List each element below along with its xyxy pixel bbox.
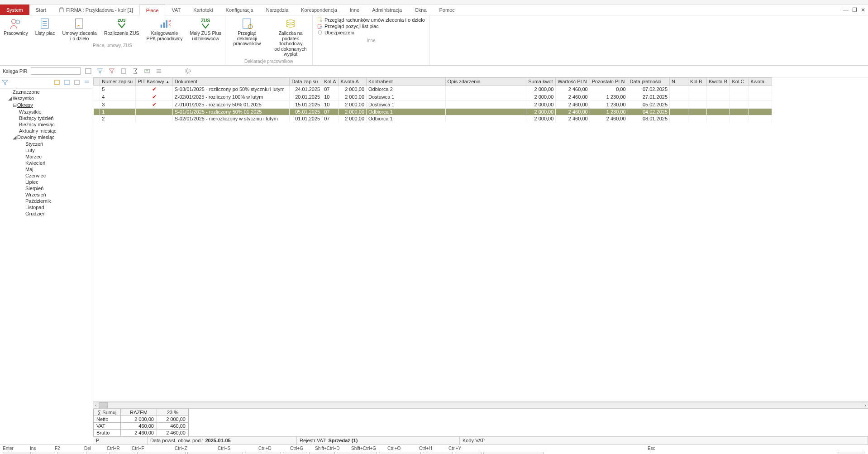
menu-konfiguracja[interactable]: Konfiguracja [219,5,260,15]
scroll-thumb[interactable] [99,402,108,408]
table-row[interactable]: 3✔Z-01/01/2025 - rozliczony 50% 01.20251… [94,100,772,108]
grid-header[interactable]: Suma kwot [526,77,556,85]
table-row[interactable]: 5✔S-03/01/2025 - rozliczony po 50% stycz… [94,85,772,93]
ribbon-ppk[interactable]: PK Księgowanie PPK pracodawcy [143,15,186,42]
tree-tool-3[interactable] [74,79,81,86]
tree-maj[interactable]: Maj [25,166,93,172]
sum-button[interactable]: ∑ Sumuj [94,409,121,416]
ribbon-link-rachunki[interactable]: Przegląd rachunków umów zlecenia i o dzi… [317,17,425,23]
menu-vat[interactable]: VAT [165,5,187,15]
grid-header[interactable]: Dokument [172,77,289,85]
footer-button-rozlicz[interactable]: Rozlicz [109,452,135,454]
ribbon-deklaracje[interactable]: Przegląd deklaracji pracowników [225,15,269,48]
footer-button-klasyfikacje-zapis-w[interactable]: Klasyfikacje zapisów [187,452,243,454]
tree-zaznaczone[interactable]: Zaznaczone [6,89,93,95]
scroll-right-icon[interactable]: › [863,402,868,408]
tree-okresy[interactable]: ⊟Okresy [13,102,93,109]
restore-icon[interactable]: ❐ [852,7,857,13]
tree-styczen[interactable]: Styczeń [25,141,93,147]
menu-kartoteki[interactable]: Kartoteki [187,5,219,15]
menu-narzedzia[interactable]: Narzędzia [260,5,295,15]
filter-clear-icon[interactable] [108,67,116,75]
horizontal-scrollbar[interactable]: ‹ › [93,402,868,408]
search-input[interactable] [31,67,81,75]
grid-header[interactable]: Numer zapisu [100,77,136,85]
menu-firma[interactable]: FIRMA : Przykładowa - kpir [1] [52,5,139,15]
grid-header[interactable]: Kol.C [730,77,749,85]
ribbon-maly-zus[interactable]: ZUS Mały ZUS Plus udziałowców [186,15,225,42]
grid-header[interactable]: Kontrahent [367,77,446,85]
ribbon-umowy[interactable]: Umowy zlecenia i o dzieło [58,15,100,42]
footer-button-historia[interactable]: Historia [455,452,482,454]
grid-header[interactable]: Kwota [749,77,772,85]
menu-place[interactable]: Płace [139,5,166,15]
grid-header[interactable]: Pozostało PLN [590,77,628,85]
menu-start[interactable]: Start [29,5,52,15]
gear-icon[interactable] [184,67,192,75]
ribbon-zaliczka[interactable]: Zaliczka na podatek dochodowy od dokonan… [269,15,312,58]
checkbox-toggle[interactable] [84,67,92,75]
footer-button-dodaj[interactable]: Dodaj [33,452,56,454]
menu-inne[interactable]: Inne [343,5,366,15]
minimize-icon[interactable]: — [843,7,849,13]
grid-header[interactable]: Kol.B [688,77,707,85]
footer-button-grafika[interactable]: Grafika [309,452,335,454]
filter-icon[interactable] [96,67,104,75]
grid-header[interactable]: Kwota B [707,77,730,85]
grid-header[interactable] [94,77,100,85]
footer-button-sumowanie[interactable]: Sumowanie [245,452,281,454]
footer-button-drukuj[interactable]: Drukuj [283,452,307,454]
footer-button-drukuj-bufor-[interactable]: Drukuj (bufor) [337,452,377,454]
tree-czerwiec[interactable]: Czerwiec [25,172,93,179]
menu-okna[interactable]: Okna [408,5,433,15]
footer-button-popraw[interactable]: Popraw [57,452,84,454]
menu-korespondencja[interactable]: Korespondencja [295,5,343,15]
footer-button-usu-[interactable]: Usuń [86,452,108,454]
ribbon-link-ubezpieczeni[interactable]: Ubezpieczeni [317,30,425,35]
tree-wszystko[interactable]: ◢Wszystko [6,95,93,102]
grid-header[interactable]: Data płatności [628,77,669,85]
grid[interactable]: Numer zapisuPIT Kasowy ▲DokumentData zap… [93,77,868,402]
close-icon[interactable]: ✕ [861,7,865,13]
tree-tool-2[interactable] [64,79,71,86]
table-row[interactable]: 2S-02/01/2025 - nierozliczony w styczniu… [94,115,772,122]
tree-biezacy-tydzien[interactable]: Bieżący tydzień [19,115,93,121]
tree-luty[interactable]: Luty [25,147,93,153]
grid-header[interactable]: Opis zdarzenia [445,77,526,85]
grid-header[interactable]: PIT Kasowy ▲ [136,77,173,85]
tree-biezacy-miesiac[interactable]: Bieżący miesiąc [19,121,93,128]
footer-button-zamknij[interactable]: Zamknij [838,452,865,454]
footer-button-operacje[interactable]: Operacje [423,452,453,454]
add-icon[interactable]: + [143,67,151,75]
footer-button-dodaj-zest-faktur[interactable]: Dodaj zest. faktur [137,452,186,454]
menu-pomoc[interactable]: Pomoc [433,5,461,15]
grid-header[interactable]: Kwota A [339,77,367,85]
tree-listopad[interactable]: Listopad [25,204,93,210]
tree-sierpien[interactable]: Sierpień [25,185,93,191]
ribbon-listy-plac[interactable]: Listy płac [32,15,59,37]
ribbon-zus[interactable]: ZUS Rozliczenie ZUS [100,15,143,37]
tool-icon-1[interactable] [119,67,128,75]
footer-button-ksi-ga-widok-kasowy[interactable]: Księga - widok kasowy [483,452,544,454]
ribbon-link-pozycje[interactable]: Przegląd pozycji list płac [317,24,425,29]
tree-kwiecien[interactable]: Kwiecień [25,160,93,166]
grid-header[interactable]: Data zapisu [290,77,322,85]
tool-icon-2[interactable] [155,67,163,75]
table-row[interactable]: 1S-01/01/2025 - rozliczony 50% 01.202505… [94,108,772,115]
ribbon-pracownicy[interactable]: Pracownicy [0,15,32,37]
tree-pazdziernik[interactable]: Październik [25,198,93,204]
tree-lipiec[interactable]: Lipiec [25,179,93,185]
tree-tool-4[interactable] [84,79,91,86]
grid-header[interactable]: Kol.A [322,77,339,85]
tree-tool-1[interactable] [54,79,61,86]
tree-dowolny-miesiac[interactable]: ◢Dowolny miesiąc [19,134,93,141]
grid-header[interactable]: Wartość PLN [556,77,590,85]
footer-button-grafika-bufor-[interactable]: Grafika (bufor) [379,452,421,454]
table-row[interactable]: 4✔Z-02/01/2025 - rozliczony 100% w lutym… [94,93,772,100]
menu-system[interactable]: System [0,5,29,15]
menu-administracja[interactable]: Administracja [366,5,408,15]
tree-grudzien[interactable]: Grudzień [25,210,93,217]
tree-filter-icon[interactable] [2,79,9,86]
tree-marzec[interactable]: Marzec [25,153,93,160]
scroll-left-icon[interactable]: ‹ [93,402,99,408]
